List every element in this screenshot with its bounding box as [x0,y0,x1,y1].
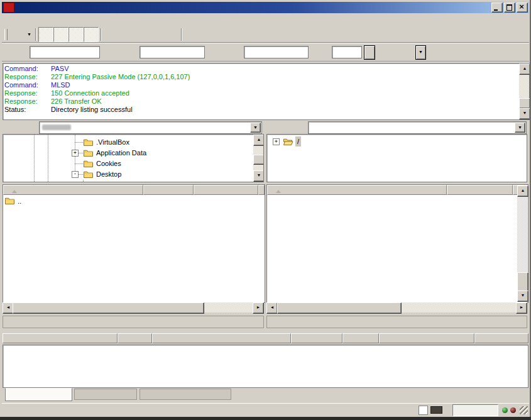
tree-item[interactable]: Cookies [3,158,263,169]
process-queue-button[interactable] [119,27,134,42]
tab-failed-transfers[interactable] [74,389,137,400]
scroll-up-icon[interactable]: ▲ [519,64,530,75]
column-filename[interactable] [267,185,447,195]
folder-icon [83,138,94,146]
remote-site-combo[interactable]: ▼ [308,121,527,134]
toggle-log-button[interactable] [38,27,53,42]
expander-box[interactable]: + [273,138,280,145]
column-last-modified[interactable] [258,185,265,195]
tab-queued-files[interactable] [5,388,72,401]
column-filesize[interactable] [447,185,513,195]
speed-limit-icon[interactable] [430,406,442,414]
queue-size-indicator [452,404,498,416]
column-size[interactable] [291,333,342,343]
column-direction[interactable] [118,333,152,343]
tree-item[interactable]: + / [267,136,527,147]
site-manager-button[interactable] [10,27,25,42]
filezilla-window: × ▼ ▼ [0,0,531,420]
remote-list-scrollbar[interactable]: ▲ ▼ [517,185,527,302]
quickconnect-dropdown[interactable]: ▼ [415,45,426,60]
toggle-remote-tree-button[interactable] [68,27,84,42]
tree-item[interactable]: .VirtualBox [3,137,263,148]
sort-asc-icon [276,190,281,193]
local-site-panel: ▼ .VirtualBox + Application [3,121,264,182]
local-tree-scrollbar[interactable]: ▲ ▼ [253,135,263,182]
scroll-down-icon[interactable]: ▼ [517,290,528,302]
folder-open-icon [283,137,293,146]
password-input[interactable] [244,46,309,58]
column-filetype[interactable] [194,185,258,195]
maximize-button[interactable] [504,3,515,13]
column-filename[interactable] [3,185,143,195]
combo-dropdown-icon[interactable]: ▼ [515,123,525,133]
queue-header [3,333,528,345]
find-button[interactable] [229,27,244,42]
status-led-green-icon [502,407,508,413]
file-row[interactable]: .. [3,196,265,207]
log-line: Response:227 Entering Passive Mode (127,… [4,73,518,81]
tree-item[interactable]: + Application Data [3,148,263,158]
column-server-local-file[interactable] [3,333,118,343]
scroll-right-icon[interactable]: ► [253,302,264,314]
sort-asc-icon [12,190,17,193]
resize-grip[interactable] [520,406,528,414]
local-hscrollbar[interactable]: ◄ ► [3,302,264,312]
toggle-local-tree-button[interactable] [53,27,68,42]
log-line: Command:MLSD [4,81,518,89]
synchronized-browsing-button[interactable] [214,27,229,42]
message-log: Command:PASV Response:227 Entering Passi… [3,63,530,120]
scrollbar-thumb[interactable] [277,302,402,314]
title-bar[interactable]: × [2,2,529,13]
compare-button[interactable] [199,27,214,42]
log-line: Response:150 Connection accepted [4,89,518,97]
scroll-left-icon[interactable]: ◄ [266,302,278,314]
expander-box[interactable]: + [72,150,79,157]
folder-icon [83,148,94,157]
minimize-button[interactable] [491,3,503,13]
site-manager-dropdown[interactable]: ▼ [25,28,33,41]
scroll-down-icon[interactable]: ▼ [519,108,530,119]
toggle-queue-button[interactable] [84,27,99,42]
remote-selection-status [266,316,527,328]
column-filesize[interactable] [143,185,194,195]
remote-hscrollbar[interactable]: ◄ ► [266,302,527,312]
close-button[interactable]: × [517,3,528,13]
scrollbar-thumb[interactable] [517,272,528,292]
local-file-list: .. [3,184,265,303]
scroll-right-icon[interactable]: ► [516,302,527,314]
filter-button[interactable] [184,27,199,42]
port-input[interactable] [332,46,362,58]
scroll-up-icon[interactable]: ▲ [253,135,264,146]
quickconnect-button[interactable] [364,45,375,60]
log-scrollbar[interactable]: ▲ ▼ [519,64,529,119]
quickconnect-bar: ▼ [2,43,529,61]
scrollbar-thumb[interactable] [13,302,204,314]
transfer-type-icon[interactable] [419,406,428,415]
disconnect-button[interactable] [149,27,164,42]
toolbar-grip[interactable] [4,29,8,40]
expander-box[interactable]: - [72,171,79,178]
scroll-up-icon[interactable]: ▲ [517,185,528,197]
queue-list[interactable] [3,345,528,388]
local-site-combo[interactable]: ▼ [39,121,262,134]
cancel-button[interactable] [134,27,149,42]
column-priority[interactable] [342,333,379,343]
remote-site-panel: ▼ + / [266,121,527,182]
menu-bar [2,14,529,26]
tab-successful-transfers[interactable] [140,389,231,400]
column-remote-file[interactable] [152,333,291,343]
app-icon[interactable] [3,3,14,13]
tree-item[interactable]: - Desktop [3,169,263,180]
scroll-down-icon[interactable]: ▼ [253,170,264,182]
refresh-button[interactable] [104,27,119,42]
column-status[interactable] [379,333,474,343]
host-input[interactable] [30,46,100,58]
combo-dropdown-icon[interactable]: ▼ [250,123,261,133]
username-input[interactable] [140,46,205,58]
local-tree: .VirtualBox + Application Data Cookies - [3,134,264,182]
scrollbar-thumb[interactable] [519,98,530,109]
remote-file-list: ▲ ▼ [266,184,528,303]
status-led-red-icon [510,407,516,413]
reconnect-button[interactable] [164,27,179,42]
scrollbar-thumb[interactable] [253,155,264,165]
